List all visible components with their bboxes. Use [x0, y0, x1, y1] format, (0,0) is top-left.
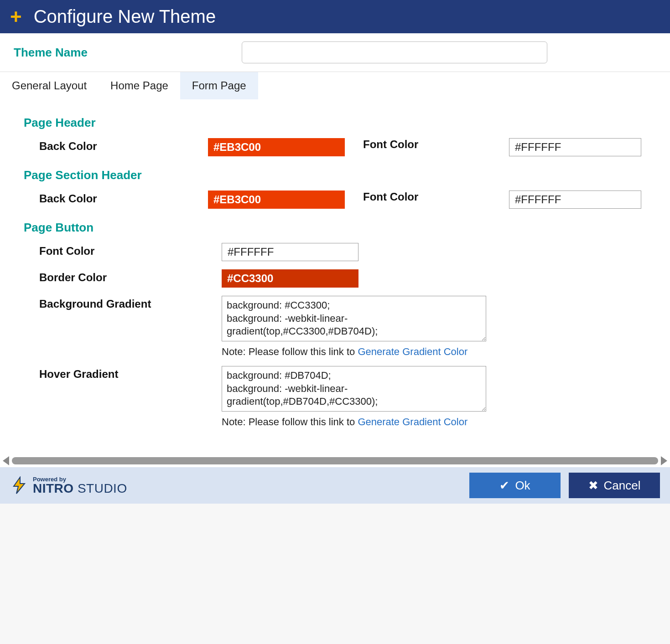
bg-grad-note-link[interactable]: Generate Gradient Color — [358, 346, 467, 357]
page-button-fontcolor-label: Font Color — [39, 243, 203, 258]
page-button-hover-grad-label: Hover Gradient — [39, 366, 203, 381]
brand: Powered by NITRO STUDIO — [10, 476, 127, 495]
page-button-fontcolor-input[interactable] — [222, 243, 358, 261]
page-section-header-row: Back Color #EB3C00 Font Color — [39, 191, 658, 209]
hover-grad-note-prefix: Note: Please follow this link to — [222, 416, 358, 428]
tabs: General Layout Home Page Form Page — [0, 72, 670, 99]
close-icon: ✖ — [588, 479, 598, 491]
theme-name-input[interactable] — [242, 41, 547, 63]
svg-marker-0 — [14, 477, 25, 494]
page-title: Configure New Theme — [34, 6, 216, 27]
page-section-header-fontcolor-input[interactable] — [509, 191, 641, 209]
theme-name-label: Theme Name — [14, 46, 242, 60]
page-header-backcolor-input[interactable]: #EB3C00 — [208, 138, 345, 156]
scroll-track[interactable] — [12, 457, 658, 464]
form-page-content: Page Header Back Color #EB3C00 Font Colo… — [0, 99, 670, 454]
page-button-bg-grad-row: Background Gradient Note: Please follow … — [39, 296, 658, 358]
page-header-fontcolor-label: Font Color — [363, 138, 491, 151]
page-section-header-backcolor-input[interactable]: #EB3C00 — [208, 191, 345, 209]
brand-bold: NITRO — [33, 481, 74, 495]
plus-icon: + — [10, 7, 22, 27]
page-button-bordercolor-row: Border Color #CC3300 — [39, 269, 658, 288]
page-button-bg-grad-col: Note: Please follow this link to Generat… — [222, 296, 486, 358]
ok-button[interactable]: ✔ Ok — [469, 473, 561, 498]
ok-button-label: Ok — [515, 479, 530, 493]
theme-name-row: Theme Name — [0, 33, 670, 72]
check-icon: ✔ — [499, 479, 509, 491]
title-bar: + Configure New Theme — [0, 0, 670, 33]
page-button-hover-grad-col: Note: Please follow this link to Generat… — [222, 366, 486, 428]
page-button-hover-grad-input[interactable] — [222, 366, 486, 412]
cancel-button-label: Cancel — [604, 479, 641, 493]
page-header-backcolor-label: Back Color — [39, 138, 190, 153]
page-button-bg-grad-label: Background Gradient — [39, 296, 203, 310]
cancel-button[interactable]: ✖ Cancel — [569, 473, 660, 498]
page-button-bg-grad-note: Note: Please follow this link to Generat… — [222, 346, 486, 358]
section-page-section-header-title: Page Section Header — [24, 168, 658, 182]
page-button-bordercolor-input[interactable]: #CC3300 — [222, 269, 358, 288]
tab-general-layout[interactable]: General Layout — [0, 72, 99, 99]
page-header-fontcolor-input[interactable] — [509, 138, 641, 156]
tab-home-page[interactable]: Home Page — [99, 72, 180, 99]
tab-form-page[interactable]: Form Page — [180, 72, 258, 99]
page-section-header-backcolor-label: Back Color — [39, 191, 190, 205]
hover-grad-note-link[interactable]: Generate Gradient Color — [358, 416, 467, 428]
page-button-hover-grad-note: Note: Please follow this link to Generat… — [222, 416, 486, 428]
page-header-row: Back Color #EB3C00 Font Color — [39, 138, 658, 156]
page-button-fontcolor-row: Font Color — [39, 243, 658, 261]
footer: Powered by NITRO STUDIO ✔ Ok ✖ Cancel — [0, 467, 670, 504]
app-root: + Configure New Theme Theme Name General… — [0, 0, 670, 504]
scroll-left-icon[interactable] — [3, 456, 9, 465]
page-section-header-fontcolor-label: Font Color — [363, 191, 491, 203]
page-button-bordercolor-label: Border Color — [39, 269, 203, 284]
section-page-button-title: Page Button — [24, 221, 658, 235]
horizontal-scrollbar[interactable] — [0, 454, 670, 467]
scroll-right-icon[interactable] — [661, 456, 667, 465]
page-button-bg-grad-input[interactable] — [222, 296, 486, 341]
bg-grad-note-prefix: Note: Please follow this link to — [222, 346, 358, 357]
section-page-header-title: Page Header — [24, 116, 658, 130]
brand-text: Powered by NITRO STUDIO — [33, 476, 127, 495]
page-button-hover-grad-row: Hover Gradient Note: Please follow this … — [39, 366, 658, 428]
brand-light: STUDIO — [74, 481, 127, 495]
bolt-icon — [10, 476, 28, 495]
brand-name: NITRO STUDIO — [33, 482, 127, 495]
